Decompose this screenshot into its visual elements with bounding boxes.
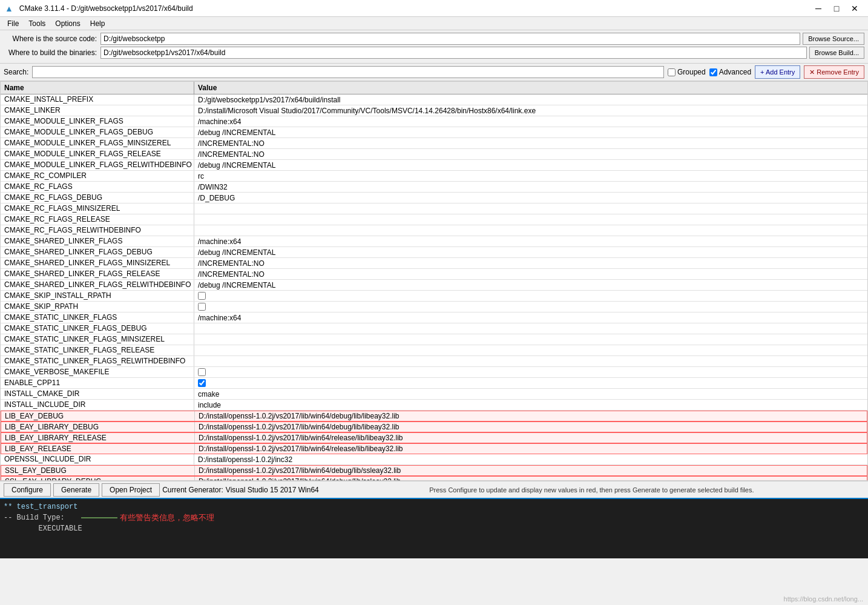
log-annotation: 有些警告类信息，忽略不理 [120, 512, 214, 523]
log-area[interactable]: ** test_transport -- Build Type: 有些警告类信息… [0, 498, 868, 558]
add-entry-button[interactable]: + Add Entry [755, 65, 800, 79]
cell-value [194, 356, 867, 366]
browse-build-button[interactable]: Browse Build... [809, 47, 864, 59]
log-line-2-row: -- Build Type: 有些警告类信息，忽略不理 [4, 512, 864, 523]
table-row[interactable]: CMAKE_MODULE_LINKER_FLAGS_RELWITHDEBINFO… [1, 160, 867, 171]
menu-options[interactable]: Options [50, 18, 85, 29]
cell-name: CMAKE_SHARED_LINKER_FLAGS_RELEASE [1, 269, 194, 279]
cell-name: CMAKE_VERBOSE_MAKEFILE [1, 367, 194, 377]
cell-name: CMAKE_LINKER [1, 105, 194, 116]
cell-name: CMAKE_MODULE_LINKER_FLAGS_RELWITHDEBINFO [1, 160, 194, 170]
table-row[interactable]: ENABLE_CPP11 [1, 378, 867, 389]
menu-help[interactable]: Help [85, 18, 110, 29]
table-row[interactable]: INSTALL_CMAKE_DIRcmake [1, 389, 867, 400]
open-project-button[interactable]: Open Project [102, 483, 160, 497]
log-line-2: -- Build Type: [4, 512, 69, 523]
button-area: Configure Generate Open Project Current … [4, 483, 319, 497]
table-row[interactable]: CMAKE_SHARED_LINKER_FLAGS_RELEASE/INCREM… [1, 269, 867, 280]
table-row[interactable]: SSL_EAY_LIBRARY_DEBUGD:/install/openssl-… [1, 476, 867, 481]
row-checkbox[interactable] [198, 379, 206, 387]
table-row[interactable]: OPENSSL_INCLUDE_DIRD:/install/openssl-1.… [1, 454, 867, 465]
table-row[interactable]: CMAKE_STATIC_LINKER_FLAGS/machine:x64 [1, 312, 867, 323]
table-row[interactable]: CMAKE_MODULE_LINKER_FLAGS_MINSIZEREL/INC… [1, 138, 867, 149]
table-row[interactable]: LIB_EAY_LIBRARY_DEBUGD:/install/openssl-… [1, 422, 867, 432]
top-form: Where is the source code: Browse Source.… [0, 30, 868, 64]
cell-name: OPENSSL_INCLUDE_DIR [1, 454, 194, 464]
table-row[interactable]: CMAKE_SHARED_LINKER_FLAGS_DEBUG/debug /I… [1, 247, 867, 258]
generate-button[interactable]: Generate [53, 483, 99, 497]
table-row[interactable]: CMAKE_VERBOSE_MAKEFILE [1, 367, 867, 378]
search-label: Search: [4, 68, 28, 76]
table-row[interactable]: CMAKE_STATIC_LINKER_FLAGS_RELEASE [1, 345, 867, 356]
cell-value: D:/install/openssl-1.0.2j/inc32 [194, 454, 867, 464]
table-header: Name Value [1, 82, 867, 94]
cell-value: cmake [194, 389, 867, 399]
table-row[interactable]: LIB_EAY_DEBUGD:/install/openssl-1.0.2j/v… [1, 411, 867, 422]
cell-value [194, 334, 867, 345]
table-row[interactable]: CMAKE_SHARED_LINKER_FLAGS/machine:x64 [1, 236, 867, 247]
cell-name: LIB_EAY_LIBRARY_DEBUG [1, 422, 195, 432]
table-row[interactable]: CMAKE_RC_FLAGS_RELWITHDEBINFO [1, 225, 867, 236]
row-checkbox[interactable] [198, 292, 206, 300]
grouped-checkbox-group: Grouped [668, 68, 706, 76]
cell-value [194, 203, 867, 214]
table-row[interactable]: CMAKE_RC_FLAGS_DEBUG/D_DEBUG [1, 193, 867, 203]
build-input[interactable] [100, 47, 807, 59]
cell-value [194, 225, 867, 236]
table-row[interactable]: CMAKE_MODULE_LINKER_FLAGS_RELEASE/INCREM… [1, 149, 867, 160]
cell-name: CMAKE_MODULE_LINKER_FLAGS_RELEASE [1, 149, 194, 159]
menubar: File Tools Options Help [0, 17, 868, 30]
table-row[interactable]: LIB_EAY_RELEASED:/install/openssl-1.0.2j… [1, 443, 867, 454]
maximize-button[interactable]: □ [828, 0, 845, 17]
cell-value[interactable] [194, 291, 867, 301]
cell-name: CMAKE_STATIC_LINKER_FLAGS_RELWITHDEBINFO [1, 356, 194, 366]
generator-value: Visual Studio 15 2017 Win64 [226, 486, 319, 494]
table-row[interactable]: CMAKE_MODULE_LINKER_FLAGS/machine:x64 [1, 116, 867, 127]
cell-value: /machine:x64 [194, 236, 867, 246]
row-checkbox[interactable] [198, 303, 206, 311]
table-row[interactable]: CMAKE_STATIC_LINKER_FLAGS_DEBUG [1, 323, 867, 334]
menu-file[interactable]: File [2, 18, 24, 29]
menu-tools[interactable]: Tools [24, 18, 50, 29]
table-row[interactable]: CMAKE_SKIP_RPATH [1, 302, 867, 312]
table-row[interactable]: CMAKE_SHARED_LINKER_FLAGS_RELWITHDEBINFO… [1, 280, 867, 291]
cell-value [194, 345, 867, 355]
advanced-checkbox[interactable] [709, 68, 717, 76]
table-row[interactable]: CMAKE_SKIP_INSTALL_RPATH [1, 291, 867, 302]
configure-button[interactable]: Configure [4, 483, 51, 497]
table-row[interactable]: CMAKE_MODULE_LINKER_FLAGS_DEBUG/debug /I… [1, 127, 867, 138]
table-row[interactable]: SSL_EAY_DEBUGD:/install/openssl-1.0.2j/v… [1, 465, 867, 476]
grouped-label: Grouped [677, 68, 706, 76]
cell-value[interactable] [194, 302, 867, 312]
close-button[interactable]: ✕ [846, 0, 863, 17]
table-row[interactable]: CMAKE_RC_COMPILERrc [1, 171, 867, 182]
table-row[interactable]: LIB_EAY_LIBRARY_RELEASED:/install/openss… [1, 432, 867, 443]
row-checkbox[interactable] [198, 368, 206, 376]
minimize-button[interactable]: ─ [810, 0, 827, 17]
table-row[interactable]: CMAKE_LINKERD:/install/Microsoft Visual … [1, 105, 867, 116]
table-row[interactable]: CMAKE_SHARED_LINKER_FLAGS_MINSIZEREL/INC… [1, 258, 867, 269]
cell-value[interactable] [194, 378, 867, 388]
table-row[interactable]: CMAKE_STATIC_LINKER_FLAGS_MINSIZEREL [1, 334, 867, 345]
cell-value: /machine:x64 [194, 116, 867, 127]
remove-entry-button[interactable]: ✕ Remove Entry [804, 65, 864, 79]
cell-value [194, 323, 867, 334]
table-row[interactable]: CMAKE_RC_FLAGS_RELEASE [1, 214, 867, 225]
table-row[interactable]: CMAKE_RC_FLAGS_MINSIZEREL [1, 203, 867, 214]
table-row[interactable]: CMAKE_STATIC_LINKER_FLAGS_RELWITHDEBINFO [1, 356, 867, 367]
cell-value: D:/install/openssl-1.0.2j/vs2017/lib/win… [195, 477, 867, 481]
cell-value: /DWIN32 [194, 182, 867, 192]
browse-source-button[interactable]: Browse Source... [803, 33, 864, 45]
build-label: Where to build the binaries: [4, 48, 100, 57]
cell-name: SSL_EAY_LIBRARY_DEBUG [1, 477, 195, 481]
table-row[interactable]: CMAKE_RC_FLAGS/DWIN32 [1, 182, 867, 193]
source-input[interactable] [100, 33, 800, 45]
cell-value: /debug /INCREMENTAL [194, 247, 867, 257]
table-row[interactable]: CMAKE_INSTALL_PREFIXD:/git/websocketpp1/… [1, 94, 867, 105]
cell-value: D:/install/Microsoft Visual Studio/2017/… [194, 105, 867, 116]
search-input[interactable] [32, 66, 664, 78]
grouped-checkbox[interactable] [668, 68, 676, 76]
table-row[interactable]: INSTALL_INCLUDE_DIRinclude [1, 400, 867, 411]
cmake-table[interactable]: Name Value CMAKE_INSTALL_PREFIXD:/git/we… [0, 81, 868, 481]
cell-value[interactable] [194, 367, 867, 377]
